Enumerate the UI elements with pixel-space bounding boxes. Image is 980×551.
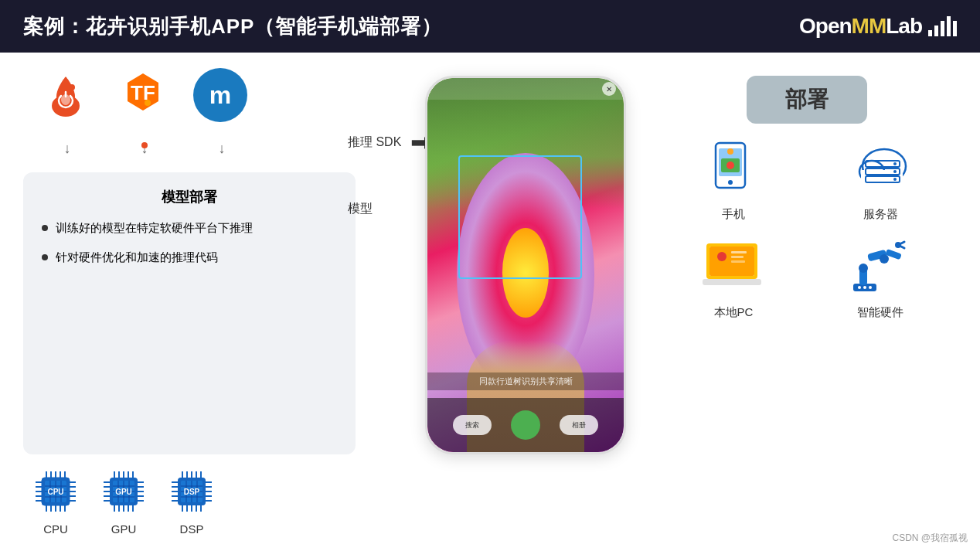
svg-text:CPU: CPU	[47, 488, 63, 496]
model-label: 模型	[348, 201, 373, 217]
arrows-down: ↓ ↓ ↓	[23, 141, 356, 157]
phone-top-bar: ✕	[427, 78, 624, 100]
svg-point-1	[69, 84, 75, 90]
left-panel: TF m ↓ ↓ ↓ 模型部署 训练好的模型在特定软硬件平台下推理	[23, 68, 356, 536]
mxnet-icon: m	[193, 68, 247, 122]
svg-point-105	[893, 170, 897, 173]
logo-area: OpenMMLab	[799, 14, 957, 39]
dsp-label: DSP	[180, 522, 204, 536]
deploy-item-robot: 智能硬件	[822, 237, 938, 320]
logo-text: OpenMMLab	[799, 14, 922, 39]
deploy-item-server: 服务器	[822, 139, 938, 222]
server-icon	[846, 139, 915, 201]
svg-point-119	[880, 254, 889, 264]
server-label: 服务器	[863, 207, 898, 222]
bullet-1	[42, 225, 48, 231]
sdk-label: 推理 SDK	[348, 134, 401, 151]
smart-hardware-label: 智能硬件	[857, 305, 903, 320]
pc-label: 本地PC	[714, 305, 754, 320]
arrow-mxnet: ↓	[195, 141, 249, 157]
phone-screen: ✕ 同款行道树识别共享清晰 搜索 相册	[427, 78, 624, 452]
chip-dsp: DSP DSP	[167, 467, 216, 536]
svg-point-97	[726, 162, 734, 169]
tensorflow-icon: TF	[116, 68, 170, 122]
sdk-row-2: 模型	[348, 201, 431, 217]
dsp-chip-icon: DSP	[167, 467, 216, 516]
chip-gpu: GPU GPU	[99, 467, 148, 536]
svg-point-121	[895, 242, 901, 248]
svg-rect-112	[731, 251, 747, 253]
sdk-row-1: 推理 SDK ➡	[348, 130, 431, 155]
svg-rect-114	[731, 260, 745, 263]
bullet-2	[42, 254, 48, 260]
svg-point-4	[145, 100, 151, 106]
svg-point-94	[728, 180, 733, 185]
svg-point-123	[863, 286, 866, 289]
svg-rect-110	[703, 279, 761, 285]
chip-cpu: CPU CPU	[31, 467, 80, 536]
svg-point-104	[893, 162, 897, 165]
phone-mockup: ✕ 同款行道树识别共享清晰 搜索 相册	[425, 76, 626, 454]
deploy-item-phone: 手机	[675, 139, 791, 222]
deploy-item-pc: 本地PC	[675, 237, 791, 320]
right-panel: 部署 手机	[657, 68, 957, 536]
robot-arm-icon	[846, 237, 915, 299]
svg-text:TF: TF	[131, 81, 155, 104]
svg-point-122	[858, 286, 861, 289]
page-title: 案例：花卉识别手机APP（智能手机端部署）	[23, 13, 442, 40]
svg-rect-113	[731, 256, 744, 258]
phone-device-icon	[699, 139, 768, 201]
arrow-tf: ↓	[117, 141, 172, 157]
middle-panel: ✕ 同款行道树识别共享清晰 搜索 相册	[425, 68, 626, 536]
svg-text:DSP: DSP	[184, 488, 200, 496]
detection-label: 同款行道树识别共享清晰	[427, 372, 624, 390]
pytorch-icon	[39, 68, 93, 122]
svg-point-117	[859, 264, 868, 273]
framework-icons-row: TF m	[23, 68, 356, 122]
phone-bottom-bar: 搜索 相册	[427, 398, 624, 452]
phone-capture-btn[interactable]	[511, 410, 540, 440]
model-box-item-2: 针对硬件优化和加速的推理代码	[42, 248, 337, 267]
phone-btn-left[interactable]: 搜索	[453, 415, 492, 435]
model-box-item-1: 训练好的模型在特定软硬件平台下推理	[42, 219, 337, 237]
svg-point-106	[893, 178, 897, 181]
phone-btn-right[interactable]: 相册	[560, 415, 598, 435]
deploy-grid: 手机 服务器	[675, 139, 938, 320]
svg-point-124	[869, 286, 872, 289]
cpu-chip-icon: CPU	[31, 467, 80, 516]
pc-icon	[699, 237, 768, 299]
chips-row: CPU CPU	[23, 467, 356, 536]
model-box-text-2: 针对硬件优化和加速的推理代码	[56, 248, 218, 267]
header: 案例：花卉识别手机APP（智能手机端部署） OpenMMLab	[0, 0, 980, 53]
deploy-badge: 部署	[747, 76, 867, 124]
arrow-pytorch: ↓	[40, 141, 94, 157]
main-content: TF m ↓ ↓ ↓ 模型部署 训练好的模型在特定软硬件平台下推理	[0, 53, 980, 551]
sdk-labels-area: 推理 SDK ➡ 模型	[348, 130, 431, 217]
svg-text:GPU: GPU	[115, 488, 132, 496]
svg-point-111	[717, 252, 726, 261]
watermark: CSDN @我宿孤视	[892, 532, 968, 545]
detection-box	[458, 155, 582, 279]
gpu-chip-icon: GPU	[99, 467, 148, 516]
phone-close-btn[interactable]: ✕	[602, 82, 616, 96]
svg-point-95	[727, 148, 733, 155]
gpu-label: GPU	[111, 522, 137, 536]
model-deployment-box: 模型部署 训练好的模型在特定软硬件平台下推理 针对硬件优化和加速的推理代码	[23, 172, 356, 454]
model-box-title: 模型部署	[42, 188, 337, 206]
model-box-text-1: 训练好的模型在特定软硬件平台下推理	[56, 219, 253, 237]
cpu-label: CPU	[43, 522, 68, 536]
phone-device-label: 手机	[722, 207, 745, 222]
logo-bars-icon	[928, 16, 957, 36]
